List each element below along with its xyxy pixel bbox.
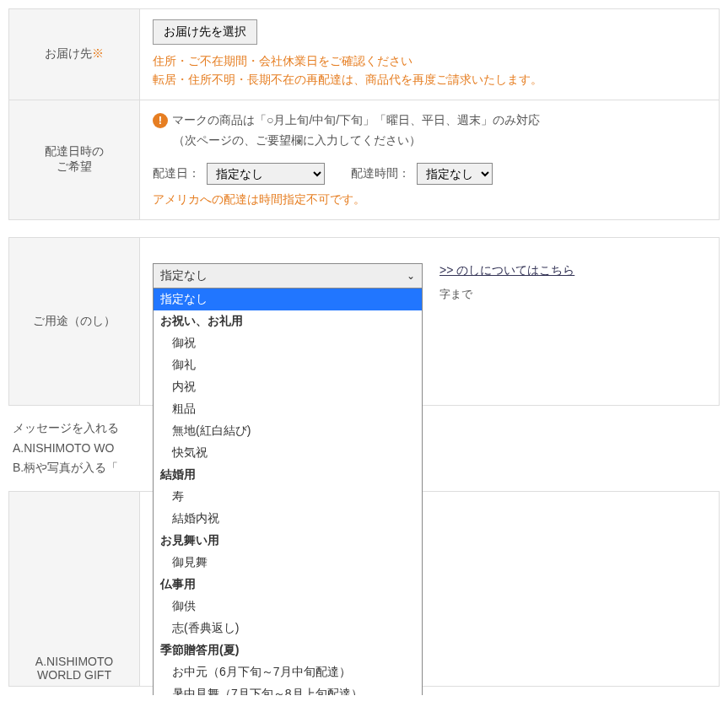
noshi-option: 季節贈答用(夏)	[154, 639, 422, 661]
noshi-option[interactable]: 粗品	[154, 398, 422, 420]
delivery-address-row: お届け先※ お届け先を選択 住所・ご不在期間・会社休業日をご確認ください 転居・…	[8, 8, 720, 100]
noshi-option[interactable]: 志(香典返し)	[154, 618, 422, 639]
delivery-datetime-row: 配達日時の ご希望 !マークの商品は「○月上旬/中旬/下旬」「曜日、平日、週末」…	[8, 100, 720, 220]
noshi-option[interactable]: 内祝	[154, 376, 422, 398]
noshi-option: 結婚用	[154, 464, 422, 486]
noshi-option[interactable]: 快気祝	[154, 442, 422, 464]
delivery-datetime-label: 配達日時の ご希望	[9, 100, 140, 219]
date-label: 配達日：	[153, 166, 200, 181]
noshi-content: 指定なし ⌄ 指定なしお祝い、お礼用御祝御礼内祝粗品無地(紅白結び)快気祝結婚用…	[140, 238, 719, 405]
noshi-selected-value: 指定なし	[160, 268, 208, 283]
required-mark: ※	[92, 46, 104, 60]
noshi-help-link[interactable]: >> のしについてはこちら	[439, 263, 574, 278]
card-a-label: A.NISHIMOTO WORLD GIFT	[9, 492, 140, 686]
select-address-button[interactable]: お届け先を選択	[153, 19, 257, 45]
noshi-option[interactable]: 御祝	[154, 332, 422, 354]
address-note-1: 住所・ご不在期間・会社休業日をご確認ください	[153, 51, 706, 70]
delivery-datetime-content: !マークの商品は「○月上旬/中旬/下旬」「曜日、平日、週末」のみ対応 （次ページ…	[140, 100, 719, 219]
noshi-option[interactable]: 暑中見舞（7月下旬～8月上旬配達）	[154, 683, 422, 695]
noshi-note: 字まで	[439, 287, 706, 302]
noshi-option[interactable]: お中元（6月下旬～7月中旬配達）	[154, 661, 422, 683]
info-text-2: （次ページの、ご要望欄に入力してください）	[153, 131, 706, 151]
noshi-option[interactable]: 御礼	[154, 354, 422, 376]
delivery-selectors: 配達日： 指定なし 配達時間： 指定なし	[153, 163, 706, 185]
datetime-info: !マークの商品は「○月上旬/中旬/下旬」「曜日、平日、週末」のみ対応 （次ページ…	[153, 111, 706, 151]
noshi-option[interactable]: 寿	[154, 486, 422, 508]
time-label: 配達時間：	[351, 166, 410, 181]
warning-icon: !	[153, 113, 168, 128]
noshi-option: お祝い、お礼用	[154, 310, 422, 332]
delivery-time-select[interactable]: 指定なし	[417, 163, 493, 185]
delivery-address-label: お届け先※	[9, 9, 140, 100]
chevron-down-icon: ⌄	[407, 270, 415, 282]
noshi-label: ご用途（のし）	[9, 238, 140, 405]
noshi-option[interactable]: 御見舞	[154, 552, 422, 574]
noshi-dropdown-list[interactable]: 指定なしお祝い、お礼用御祝御礼内祝粗品無地(紅白結び)快気祝結婚用寿結婚内祝お見…	[153, 289, 423, 695]
noshi-option[interactable]: 結婚内祝	[154, 508, 422, 530]
address-note-2: 転居・住所不明・長期不在の再配達は、商品代を再度ご請求いたします。	[153, 70, 706, 89]
noshi-select-wrapper: 指定なし ⌄ 指定なしお祝い、お礼用御祝御礼内祝粗品無地(紅白結び)快気祝結婚用…	[153, 263, 423, 289]
delivery-date-select[interactable]: 指定なし	[207, 163, 325, 185]
noshi-option[interactable]: 御供	[154, 596, 422, 618]
us-delivery-warning: アメリカへの配達は時間指定不可です。	[153, 190, 706, 208]
noshi-option[interactable]: 指定なし	[154, 289, 422, 310]
info-text-1: マークの商品は「○月上旬/中旬/下旬」「曜日、平日、週末」のみ対応	[172, 113, 540, 127]
noshi-option[interactable]: 無地(紅白結び)	[154, 420, 422, 442]
delivery-address-content: お届け先を選択 住所・ご不在期間・会社休業日をご確認ください 転居・住所不明・長…	[140, 9, 719, 100]
noshi-select-button[interactable]: 指定なし ⌄	[153, 263, 423, 289]
noshi-row: ご用途（のし） 指定なし ⌄ 指定なしお祝い、お礼用御祝御礼内祝粗品無地(紅白結…	[8, 237, 720, 406]
noshi-option: お見舞い用	[154, 530, 422, 552]
label-text: お届け先	[45, 46, 92, 60]
noshi-option: 仏事用	[154, 574, 422, 596]
